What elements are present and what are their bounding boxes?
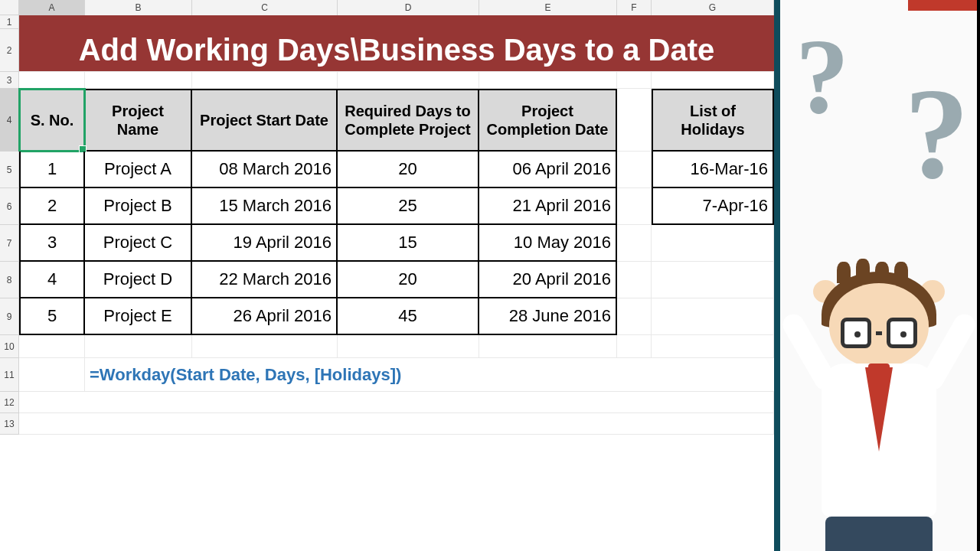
cell-start-date[interactable]: 19 April 2016 (192, 225, 338, 262)
col-head-C[interactable]: C (192, 0, 338, 15)
row-head-13[interactable]: 13 (0, 413, 19, 435)
cell-start-date[interactable]: 08 March 2016 (192, 152, 338, 188)
cell-project-name[interactable]: Project D (85, 262, 192, 298)
cell-start-date[interactable]: 26 April 2016 (192, 298, 338, 335)
illustration-panel: ? ? (774, 0, 980, 551)
header-required-days[interactable]: Required Days to Complete Project (338, 89, 479, 152)
col-head-F[interactable]: F (617, 0, 652, 15)
cell-sno[interactable]: 3 (19, 225, 85, 262)
cell-completion-date[interactable]: 28 June 2016 (479, 298, 617, 335)
row-head-2[interactable]: 2 (0, 29, 19, 72)
row-2: 2 Add Working Days\Business Days to a Da… (0, 29, 774, 72)
col-head-G[interactable]: G (652, 0, 774, 15)
cell-project-name[interactable]: Project C (85, 225, 192, 262)
cell-sno[interactable]: 4 (19, 262, 85, 298)
row-head-9[interactable]: 9 (0, 298, 19, 335)
row-10: 10 (0, 335, 774, 358)
row-13: 13 (0, 413, 774, 435)
row-head-11[interactable]: 11 (0, 358, 19, 392)
row-head-6[interactable]: 6 (0, 188, 19, 225)
row-head-1[interactable]: 1 (0, 15, 19, 29)
col-head-B[interactable]: B (85, 0, 192, 15)
title-cell[interactable]: Add Working Days\Business Days to a Date (19, 29, 774, 72)
formula-cell[interactable]: =Workday(Start Date, Days, [Holidays]) (85, 358, 774, 392)
cell-sno[interactable]: 1 (19, 152, 85, 188)
spreadsheet-area: A B C D E F G 1 2 Add Working Days\Busin… (0, 0, 774, 551)
row-head-8[interactable]: 8 (0, 262, 19, 298)
cell-sno[interactable]: 5 (19, 298, 85, 335)
cell-completion-date[interactable]: 20 April 2016 (479, 262, 617, 298)
col-head-D[interactable]: D (338, 0, 479, 15)
cell-required-days[interactable]: 20 (338, 152, 479, 188)
table-row: 73Project C19 April 20161510 May 2016 (0, 225, 774, 262)
row-head-3[interactable]: 3 (0, 72, 19, 89)
data-rows: 51Project A08 March 20162006 April 20161… (0, 152, 774, 335)
column-headers: A B C D E F G (0, 0, 774, 15)
cell-project-name[interactable]: Project E (85, 298, 192, 335)
row-4: 4 S. No. Project Name Project Start Date… (0, 89, 774, 152)
header-project-name[interactable]: Project Name (85, 89, 192, 152)
cell-required-days[interactable]: 15 (338, 225, 479, 262)
cell-start-date[interactable]: 15 March 2016 (192, 188, 338, 225)
row-head-10[interactable]: 10 (0, 335, 19, 358)
cell-required-days[interactable]: 25 (338, 188, 479, 225)
decorative-red-bar (908, 0, 977, 11)
row-head-12[interactable]: 12 (0, 392, 19, 413)
col-head-E[interactable]: E (479, 0, 617, 15)
row-head-5[interactable]: 5 (0, 152, 19, 188)
header-holidays[interactable]: List of Holidays (652, 89, 774, 152)
table-row: 51Project A08 March 20162006 April 20161… (0, 152, 774, 188)
cell-project-name[interactable]: Project A (85, 152, 192, 188)
cell-title-top[interactable] (19, 15, 774, 29)
col-head-A[interactable]: A (19, 0, 85, 15)
row-head-4[interactable]: 4 (0, 89, 19, 152)
row-12: 12 (0, 392, 774, 413)
row-head-7[interactable]: 7 (0, 225, 19, 262)
row-1: 1 (0, 15, 774, 29)
question-mark-icon: ? (904, 69, 969, 199)
cell-holiday[interactable]: 7-Apr-16 (652, 188, 774, 225)
table-row: 84Project D22 March 20162020 April 2016 (0, 262, 774, 298)
cell-start-date[interactable]: 22 March 2016 (192, 262, 338, 298)
header-sno[interactable]: S. No. (19, 89, 85, 152)
row-3: 3 (0, 72, 774, 89)
cell-holiday[interactable]: 16-Mar-16 (652, 152, 774, 188)
header-completion-date[interactable]: Project Completion Date (479, 89, 617, 152)
cell-required-days[interactable]: 20 (338, 262, 479, 298)
table-row: 95Project E26 April 20164528 June 2016 (0, 298, 774, 335)
cell-completion-date[interactable]: 06 April 2016 (479, 152, 617, 188)
cell-project-name[interactable]: Project B (85, 188, 192, 225)
row-11: 11 =Workday(Start Date, Days, [Holidays]… (0, 358, 774, 392)
confused-person-illustration (795, 237, 963, 551)
header-start-date[interactable]: Project Start Date (192, 89, 338, 152)
select-all-corner[interactable] (0, 0, 19, 15)
question-mark-icon: ? (795, 23, 849, 130)
cell-completion-date[interactable]: 10 May 2016 (479, 225, 617, 262)
cell-required-days[interactable]: 45 (338, 298, 479, 335)
cell-sno[interactable]: 2 (19, 188, 85, 225)
table-row: 62Project B15 March 20162521 April 20167… (0, 188, 774, 225)
cell-completion-date[interactable]: 21 April 2016 (479, 188, 617, 225)
